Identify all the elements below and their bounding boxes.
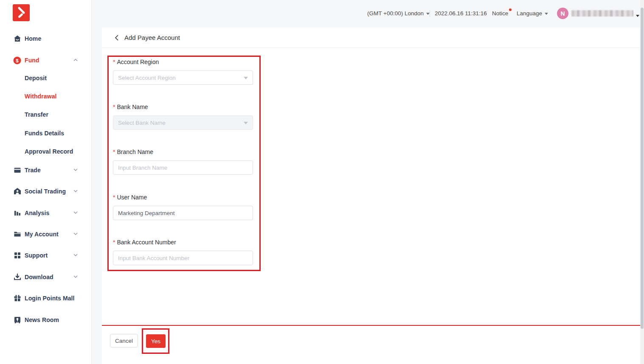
avatar[interactable]: N: [557, 8, 568, 19]
sidebar-item-label: Login Points Mall: [25, 295, 75, 302]
sidebar-item-transfer[interactable]: Transfer: [0, 109, 92, 120]
sidebar-item-label: Analysis: [25, 210, 49, 216]
fund-icon: $: [13, 56, 21, 64]
analysis-icon: [13, 209, 21, 217]
chevron-down-icon: [244, 122, 248, 124]
notice-badge-dot: [509, 8, 512, 11]
gift-icon: [13, 294, 21, 302]
bank-name-select[interactable]: Select Bank Name: [113, 115, 253, 130]
page-header: Add Payee Account: [102, 28, 641, 48]
page-title: Add Payee Account: [124, 34, 180, 41]
cancel-button-label: Cancel: [115, 338, 133, 344]
chevron-down-icon: [73, 274, 79, 280]
sidebar-item-analysis[interactable]: Analysis: [0, 207, 92, 218]
chevron-down-icon: [426, 13, 430, 15]
logo-arrow-icon: [13, 4, 30, 21]
field-bank-name: *Bank Name Select Bank Name: [113, 104, 253, 130]
sidebar-item-trade[interactable]: Trade: [0, 165, 92, 176]
trade-icon: [13, 166, 21, 174]
sidebar-item-withdrawal[interactable]: Withdrawal: [0, 91, 92, 102]
sidebar-item-home[interactable]: Home: [0, 33, 92, 44]
field-label: *Branch Name: [113, 148, 253, 155]
chevron-down-icon: [73, 188, 79, 194]
account-region-select[interactable]: Select Account Region: [113, 70, 253, 85]
field-label: *User Name: [113, 194, 253, 201]
footer-divider: [102, 325, 641, 326]
chevron-up-icon: [73, 57, 79, 63]
sidebar-item-label: Social Trading: [25, 188, 66, 195]
required-marker: *: [113, 148, 115, 155]
language-selector[interactable]: Language: [517, 10, 548, 17]
sidebar-item-support[interactable]: Support: [0, 250, 92, 261]
svg-text:$: $: [16, 58, 19, 63]
required-marker: *: [113, 239, 115, 246]
back-icon[interactable]: [113, 34, 120, 41]
select-placeholder: Select Bank Name: [118, 120, 166, 126]
sidebar-item-social-trading[interactable]: Social Trading: [0, 186, 92, 197]
select-placeholder: Select Account Region: [118, 75, 176, 81]
sidebar-item-label: My Account: [25, 231, 59, 238]
main-panel: Add Payee Account *Account Region Select…: [102, 28, 641, 364]
sidebar-item-approval-record[interactable]: Approval Record: [0, 146, 92, 157]
notice-label: Notice: [492, 10, 508, 17]
user-name-input[interactable]: [113, 206, 253, 220]
brand-logo[interactable]: [13, 4, 30, 21]
field-user-name: *User Name: [113, 194, 253, 220]
notice-link[interactable]: Notice: [492, 10, 508, 17]
yes-button-label: Yes: [151, 338, 160, 344]
newsroom-icon: [13, 316, 21, 324]
required-marker: *: [113, 194, 115, 201]
username-redacted[interactable]: [571, 10, 633, 17]
sidebar-item-fund[interactable]: $ Fund: [0, 55, 92, 66]
support-icon: [13, 252, 21, 260]
sidebar-item-label: Approval Record: [25, 148, 73, 155]
sidebar-item-label: Home: [25, 35, 41, 42]
vertical-scrollbar[interactable]: [640, 0, 644, 364]
chevron-down-icon: [73, 210, 79, 216]
field-label: *Bank Name: [113, 104, 253, 110]
timezone-selector[interactable]: (GMT +00:00) London: [367, 10, 430, 17]
datetime-display: 2022.06.16 11:31:16: [435, 10, 487, 17]
sidebar-item-label: Deposit: [25, 75, 47, 81]
chevron-down-icon: [244, 77, 248, 79]
sidebar-item-news-room[interactable]: News Room: [0, 314, 92, 325]
field-label: *Account Region: [113, 59, 253, 65]
sidebar-item-label: Fund: [25, 57, 39, 64]
chevron-down-icon: [73, 231, 79, 237]
top-header: (GMT +00:00) London 2022.06.16 11:31:16 …: [92, 0, 644, 27]
yes-button[interactable]: Yes: [146, 334, 166, 348]
sidebar-item-funds-details[interactable]: Funds Details: [0, 128, 92, 139]
sidebar-item-deposit[interactable]: Deposit: [0, 73, 92, 84]
chevron-down-icon: [636, 12, 639, 20]
field-account-region: *Account Region Select Account Region: [113, 59, 253, 85]
chevron-down-icon: [73, 167, 79, 173]
timezone-label: (GMT +00:00) London: [367, 10, 424, 17]
sidebar: Home $ Fund Deposit Withdrawal Transfer …: [0, 0, 92, 364]
download-icon: [13, 273, 21, 281]
sidebar-item-label: Support: [25, 252, 48, 259]
language-label: Language: [517, 10, 542, 17]
required-marker: *: [113, 59, 115, 65]
home-icon: [13, 35, 21, 43]
field-label: *Bank Account Number: [113, 239, 253, 246]
sidebar-item-my-account[interactable]: My Account: [0, 229, 92, 240]
header-divider: [430, 10, 430, 17]
social-trading-icon: [13, 188, 21, 196]
field-bank-account-number: *Bank Account Number: [113, 239, 253, 265]
sidebar-item-download[interactable]: Download: [0, 272, 92, 283]
sidebar-item-label: Funds Details: [25, 130, 64, 137]
scrollbar-thumb[interactable]: [641, 8, 644, 329]
branch-name-input[interactable]: [113, 160, 253, 175]
field-branch-name: *Branch Name: [113, 148, 253, 175]
sidebar-item-label: Download: [25, 274, 53, 280]
chevron-down-icon: [545, 13, 548, 15]
sidebar-item-label: Transfer: [25, 111, 48, 118]
bank-account-number-input[interactable]: [113, 251, 253, 265]
sidebar-item-label: Withdrawal: [25, 93, 57, 100]
sidebar-item-label: Trade: [25, 167, 41, 174]
required-marker: *: [113, 104, 115, 110]
sidebar-item-login-points-mall[interactable]: Login Points Mall: [0, 293, 92, 304]
cancel-button[interactable]: Cancel: [110, 334, 138, 347]
chevron-down-icon: [73, 252, 79, 258]
my-account-icon: [13, 230, 21, 238]
